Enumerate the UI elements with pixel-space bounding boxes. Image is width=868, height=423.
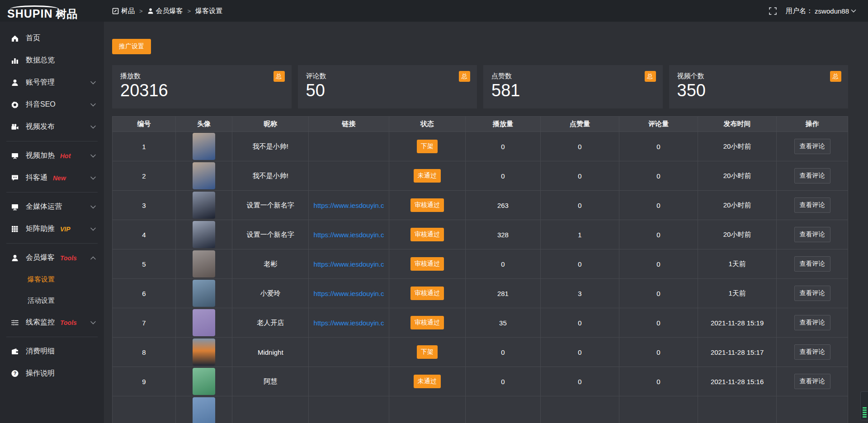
sidebar-item-label: 线索监控 bbox=[26, 318, 55, 327]
video-link[interactable]: https://www.iesdouyin.c bbox=[314, 231, 384, 239]
sidebar-item-clue-monitor[interactable]: 线索监控Tools bbox=[0, 311, 104, 334]
view-comments-button[interactable]: 查看评论 bbox=[794, 315, 830, 330]
sidebar-item-label: 抖客通 bbox=[26, 173, 47, 183]
cell-publish-time bbox=[698, 396, 777, 423]
sidebar-subitem-activity-settings[interactable]: 活动设置 bbox=[0, 290, 104, 311]
wallet-icon bbox=[11, 348, 19, 356]
sidebar-item-douyin-seo[interactable]: 抖音SEO bbox=[0, 94, 104, 116]
video-link[interactable]: https://www.iesdouyin.c bbox=[314, 260, 384, 268]
cell-publish-time: 20小时前 bbox=[698, 220, 777, 249]
view-comments-button[interactable]: 查看评论 bbox=[794, 286, 830, 301]
cell-publish-time: 1天前 bbox=[698, 249, 777, 279]
cell-nickname: 我不是小帅! bbox=[232, 161, 309, 191]
sidebar-item-home[interactable]: 首页 bbox=[0, 27, 104, 49]
cell-publish-time: 20小时前 bbox=[698, 191, 777, 220]
sidebar-item-tag: New bbox=[53, 174, 66, 182]
video-link[interactable]: https://www.iesdouyin.c bbox=[314, 290, 384, 297]
stat-card-label: 评论数 bbox=[306, 72, 469, 80]
sidebar-item-operation-guide[interactable]: ?操作说明 bbox=[0, 362, 104, 385]
question-icon: ? bbox=[11, 370, 19, 378]
status-badge: 审核通过 bbox=[410, 316, 444, 329]
sidebar-item-account-management[interactable]: 账号管理 bbox=[0, 71, 104, 94]
cell-nickname: 老彬 bbox=[232, 249, 309, 279]
screen-icon bbox=[11, 152, 19, 160]
table-row: 7 老人开店 https://www.iesdouyin.c 审核通过 35 0… bbox=[113, 308, 848, 338]
sidebar-subitem-baoke-settings[interactable]: 爆客设置 bbox=[0, 269, 104, 290]
chevron-down-icon bbox=[90, 321, 96, 324]
table-header-row: 编号头像昵称链接状态播放量点赞量评论量发布时间操作 bbox=[113, 117, 848, 132]
sidebar-item-label: 首页 bbox=[26, 33, 40, 43]
chevron-down-icon bbox=[90, 227, 96, 231]
widget-bar bbox=[863, 416, 867, 418]
column-header: 点赞量 bbox=[540, 117, 619, 132]
table-row: 2 我不是小帅! 未通过 0 0 0 20小时前 查看评论 bbox=[113, 161, 848, 191]
avatar bbox=[193, 368, 215, 395]
stat-card-value: 581 bbox=[491, 81, 655, 101]
cell-plays: 35 bbox=[465, 308, 540, 338]
sidebar-item-media-operation[interactable]: 全媒体运营 bbox=[0, 196, 104, 218]
sidebar-item-douketong[interactable]: 抖客通New bbox=[0, 167, 104, 189]
view-comments-button[interactable]: 查看评论 bbox=[794, 197, 830, 213]
total-badge: 总 bbox=[830, 71, 841, 82]
sidebar-item-video-publish[interactable]: 视频发布 bbox=[0, 116, 104, 138]
table-row: 4 设置一个新名字 https://www.iesdouyin.c 审核通过 3… bbox=[113, 220, 848, 249]
avatar bbox=[193, 397, 215, 423]
chevron-down-icon bbox=[90, 154, 96, 158]
breadcrumb-item-2[interactable]: 会员爆客 bbox=[147, 7, 183, 15]
table-row: 9 阿慧 未通过 0 0 0 2021-11-28 15:16 查看评论 bbox=[113, 367, 848, 396]
stat-card: 评论数 50 总 bbox=[298, 65, 477, 108]
video-link[interactable]: https://www.iesdouyin.c bbox=[314, 319, 384, 327]
cell-comments: 0 bbox=[619, 132, 698, 161]
cell-comments: 0 bbox=[619, 308, 698, 338]
stat-cards: 播放数 20316 总 评论数 50 总 点赞数 581 总 视频个数 350 … bbox=[112, 65, 848, 108]
sidebar-item-label: 账号管理 bbox=[26, 78, 55, 87]
promo-settings-button[interactable]: 推广设置 bbox=[112, 39, 151, 54]
breadcrumb-label: 会员爆客 bbox=[156, 7, 183, 15]
chat-icon bbox=[11, 174, 19, 182]
cell-comments: 0 bbox=[619, 191, 698, 220]
cell-id: 8 bbox=[113, 338, 176, 367]
user-menu[interactable]: 用户名：zswodun88 bbox=[786, 7, 856, 15]
column-header: 发布时间 bbox=[698, 117, 777, 132]
sidebar-item-label: 全媒体运营 bbox=[26, 202, 62, 212]
view-comments-button[interactable]: 查看评论 bbox=[794, 256, 830, 272]
view-comments-button[interactable]: 查看评论 bbox=[794, 374, 830, 389]
sidebar-item-matrix-boost[interactable]: 矩阵助推VIP bbox=[0, 218, 104, 240]
chevron-down-icon bbox=[90, 81, 96, 85]
page-icon bbox=[112, 8, 119, 14]
svg-text:?: ? bbox=[14, 371, 17, 376]
table-row: 3 设置一个新名字 https://www.iesdouyin.c 审核通过 2… bbox=[113, 191, 848, 220]
floating-side-widget[interactable] bbox=[860, 391, 868, 420]
sidebar: 首页数据总览账号管理抖音SEO视频发布视频加热Hot抖客通New全媒体运营矩阵助… bbox=[0, 22, 104, 423]
sidebar-item-label: 视频发布 bbox=[26, 122, 55, 132]
breadcrumb-item-3[interactable]: 爆客设置 bbox=[195, 7, 222, 15]
table-row: 5 老彬 https://www.iesdouyin.c 审核通过 0 0 0 … bbox=[113, 249, 848, 279]
view-comments-button[interactable]: 查看评论 bbox=[794, 139, 830, 154]
fullscreen-icon[interactable] bbox=[769, 7, 777, 15]
cell-plays: 281 bbox=[465, 279, 540, 308]
sidebar-item-tag: Tools bbox=[60, 254, 77, 262]
logo[interactable]: SHUPIN 树品 bbox=[0, 0, 104, 22]
cell-nickname: 阿慧 bbox=[232, 367, 309, 396]
avatar bbox=[193, 133, 215, 160]
breadcrumb-separator: > bbox=[139, 8, 143, 14]
chevron-down-icon bbox=[851, 9, 856, 13]
breadcrumb-item-1[interactable]: 树品 bbox=[112, 7, 135, 15]
video-link[interactable]: https://www.iesdouyin.c bbox=[314, 202, 384, 209]
sidebar-item-label: 抖音SEO bbox=[26, 100, 56, 109]
view-comments-button[interactable]: 查看评论 bbox=[794, 168, 830, 183]
view-comments-button[interactable]: 查看评论 bbox=[794, 344, 830, 360]
cell-id: 9 bbox=[113, 367, 176, 396]
column-header: 头像 bbox=[175, 117, 232, 132]
stat-card-label: 点赞数 bbox=[491, 72, 655, 80]
cell-likes: 0 bbox=[540, 161, 619, 191]
column-header: 操作 bbox=[777, 117, 848, 132]
sidebar-item-data-overview[interactable]: 数据总览 bbox=[0, 49, 104, 71]
sidebar-item-label: 视频加热 bbox=[26, 151, 55, 160]
sidebar-item-consume-detail[interactable]: 消费明细 bbox=[0, 340, 104, 362]
sidebar-item-member-baoke[interactable]: 会员爆客Tools bbox=[0, 247, 104, 269]
sidebar-item-label: 矩阵助推 bbox=[26, 224, 55, 234]
cell-plays: 263 bbox=[465, 191, 540, 220]
sidebar-item-video-heat[interactable]: 视频加热Hot bbox=[0, 145, 104, 167]
view-comments-button[interactable]: 查看评论 bbox=[794, 227, 830, 242]
